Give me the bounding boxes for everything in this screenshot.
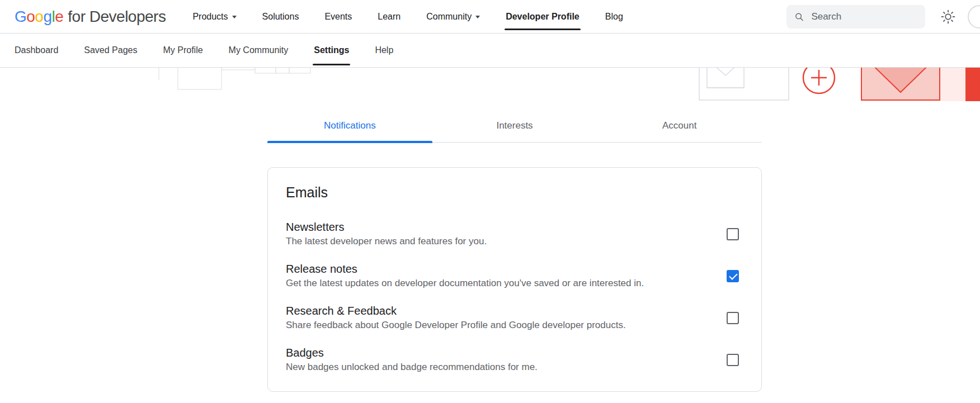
search-icon (794, 11, 804, 22)
red-envelope-icon (861, 68, 940, 100)
logo-letter: e (55, 8, 63, 25)
setting-text: Newsletters The latest developer news an… (286, 221, 487, 247)
logo-letter: o (35, 8, 43, 25)
subnav-item-my-profile[interactable]: My Profile (163, 34, 202, 67)
chevron-down-icon (475, 16, 480, 18)
nav-item-label: Blog (605, 12, 623, 22)
setting-title: Badges (286, 347, 538, 359)
chevron-down-icon (232, 16, 237, 18)
setting-row-badges: Badges New badges unlocked and badge rec… (286, 347, 743, 373)
nav-item-community[interactable]: Community (426, 0, 480, 33)
settings-tabs: Notifications Interests Account (267, 113, 762, 143)
settings-content: Notifications Interests Account Emails N… (267, 113, 762, 392)
subnav-item-my-community[interactable]: My Community (229, 34, 289, 67)
setting-description: Get the latest updates on developer docu… (286, 278, 644, 289)
nav-item-events[interactable]: Events (324, 0, 352, 33)
subnav-item-dashboard[interactable]: Dashboard (15, 34, 58, 67)
theme-toggle-button[interactable] (941, 10, 955, 24)
setting-title: Newsletters (286, 221, 487, 234)
search-input[interactable] (810, 11, 917, 23)
badges-checkbox[interactable] (727, 354, 739, 366)
subnav-item-label: Help (375, 45, 393, 55)
search-box[interactable] (786, 5, 925, 29)
plus-circle-icon (803, 68, 835, 93)
logo-letter: G (15, 8, 26, 25)
nav-item-label: Community (426, 12, 472, 22)
emails-card: Emails Newsletters The latest developer … (267, 167, 762, 392)
setting-description: New badges unlocked and badge recommenda… (286, 362, 538, 373)
nav-item-label: Developer Profile (506, 12, 579, 22)
tab-notifications[interactable]: Notifications (267, 113, 432, 142)
nav-item-label: Events (324, 12, 352, 22)
decorative-banner (0, 68, 980, 101)
setting-text: Badges New badges unlocked and badge rec… (286, 347, 538, 373)
logo-suffix: for Developers (68, 8, 166, 26)
nav-item-developer-profile[interactable]: Developer Profile (506, 0, 579, 33)
sun-icon (941, 10, 955, 24)
subnav-item-label: Settings (314, 45, 349, 55)
nav-item-label: Learn (378, 12, 401, 22)
subnav-item-label: Dashboard (15, 45, 58, 55)
subnav-item-label: My Profile (163, 45, 202, 55)
gray-envelope-icon (699, 68, 789, 100)
setting-title: Research & Feedback (286, 305, 626, 317)
avatar[interactable] (968, 5, 980, 29)
profile-subnav: Dashboard Saved Pages My Profile My Comm… (0, 34, 980, 68)
card-title: Emails (286, 184, 743, 201)
release-notes-checkbox[interactable] (727, 270, 739, 282)
subnav-item-settings[interactable]: Settings (314, 34, 349, 67)
nav-item-label: Products (192, 12, 228, 22)
setting-row-release-notes: Release notes Get the latest updates on … (286, 263, 743, 289)
setting-description: Share feedback about Google Developer Pr… (286, 320, 626, 331)
top-header: Google for Developers Products Solutions… (0, 0, 980, 34)
nav-item-products[interactable]: Products (192, 0, 236, 33)
subnav-item-label: My Community (229, 45, 289, 55)
logo-letter: g (43, 8, 51, 25)
setting-row-research-feedback: Research & Feedback Share feedback about… (286, 305, 743, 331)
subnav-item-saved-pages[interactable]: Saved Pages (84, 34, 137, 67)
setting-description: The latest developer news and features f… (286, 236, 487, 247)
research-feedback-checkbox[interactable] (727, 312, 739, 324)
tab-account[interactable]: Account (597, 113, 762, 142)
setting-text: Release notes Get the latest updates on … (286, 263, 644, 289)
setting-text: Research & Feedback Share feedback about… (286, 305, 626, 331)
tab-interests[interactable]: Interests (432, 113, 597, 142)
setting-title: Release notes (286, 263, 644, 276)
newsletters-checkbox[interactable] (727, 228, 739, 240)
nav-item-solutions[interactable]: Solutions (262, 0, 299, 33)
logo-letter: o (26, 8, 35, 25)
subnav-item-label: Saved Pages (84, 45, 137, 55)
primary-nav: Products Solutions Events Learn Communit… (192, 0, 623, 33)
nav-item-label: Solutions (262, 12, 299, 22)
google-developers-logo[interactable]: Google for Developers (15, 8, 166, 26)
nav-item-blog[interactable]: Blog (605, 0, 623, 33)
google-logo-brand: Google (15, 8, 63, 26)
nav-item-learn[interactable]: Learn (378, 0, 401, 33)
subnav-item-help[interactable]: Help (375, 34, 393, 67)
banner-illustration (0, 68, 980, 101)
setting-row-newsletters: Newsletters The latest developer news an… (286, 221, 743, 247)
